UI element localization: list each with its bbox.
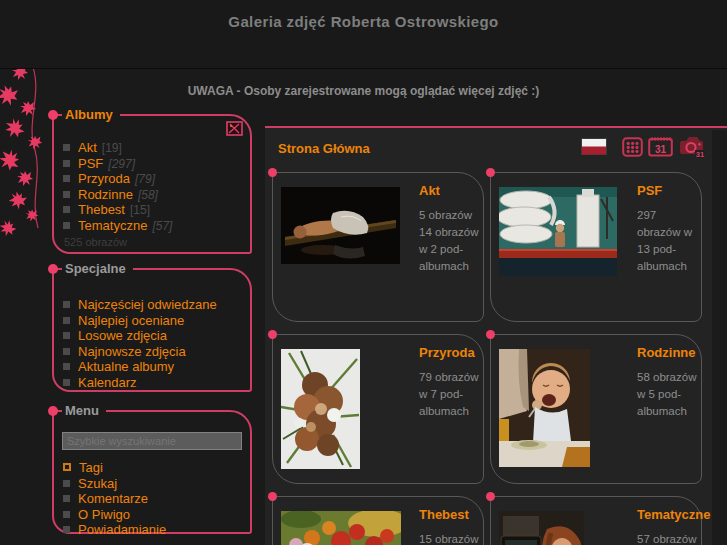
album-card-description: 5 obrazów 14 obrazów w 2 pod-albumach: [419, 207, 481, 275]
nav-link[interactable]: Szukaj: [78, 476, 117, 491]
block-corner-dot: [48, 264, 58, 274]
psf-thumbnail-image[interactable]: [499, 187, 617, 276]
bullet-square-icon: [63, 480, 70, 487]
album-card[interactable]: Przyroda 79 obrazów w 7 pod-albumach: [272, 334, 484, 484]
album-card-title-link[interactable]: Przyroda: [419, 345, 481, 360]
przyroda-thumbnail-image[interactable]: [281, 349, 360, 469]
page-title: Galeria zdjęć Roberta Ostrowskiego: [0, 0, 727, 30]
tematyczne-thumbnail-image[interactable]: [499, 511, 584, 545]
menu-block: Menu Tagi Szukaj Komentarze O Piwigo Pow…: [52, 410, 252, 534]
bullet-square-icon: [63, 332, 70, 339]
content-header: Strona Główna: [265, 128, 712, 162]
nav-list-item: Powiadamianie: [63, 522, 246, 538]
nav-link[interactable]: Najlepiej oceniane: [78, 313, 184, 328]
album-card-description: 15 obrazów: [419, 531, 481, 545]
nav-link[interactable]: Tagi: [79, 460, 103, 475]
album-link[interactable]: Thebest: [78, 202, 125, 217]
nav-link[interactable]: O Piwigo: [78, 507, 130, 522]
menu-block-title: Menu: [62, 403, 106, 418]
album-card[interactable]: PSF 297 obrazów w 13 pod-albumach: [490, 172, 702, 322]
special-list: Najczęściej odwiedzane Najlepiej ocenian…: [54, 270, 250, 390]
album-list-item: Akt[19]: [63, 140, 246, 156]
nav-link[interactable]: Aktualne albumy: [78, 359, 174, 374]
album-card-title-link[interactable]: Akt: [419, 183, 481, 198]
albums-block: Albumy Akt[19] PSF[297] Przyroda[79] Rod…: [52, 114, 252, 254]
album-card-title-link[interactable]: Rodzinne: [637, 345, 699, 360]
menu-list: Tagi Szukaj Komentarze O Piwigo Powiadam…: [54, 456, 250, 538]
album-card[interactable]: Rodzinne 58 obrazów w 5 pod-albumach: [490, 334, 702, 484]
bullet-square-icon: [63, 363, 70, 370]
album-card-meta: PSF 297 obrazów w 13 pod-albumach: [637, 173, 701, 321]
nav-list-item: Aktualne albumy: [63, 359, 246, 375]
bullet-square-icon: [63, 191, 70, 198]
bullet-square-icon: [63, 206, 70, 213]
album-card-description: 297 obrazów w 13 pod-albumach: [637, 207, 699, 275]
album-thumbnail-zone: [491, 335, 637, 483]
album-card-meta: Tematyczne 57 obrazów: [637, 497, 712, 545]
bullet-square-icon: [63, 222, 70, 229]
album-count: [57]: [152, 219, 172, 233]
album-link[interactable]: Akt: [78, 140, 97, 155]
album-link[interactable]: PSF: [78, 156, 103, 171]
album-thumbnail-zone: [273, 335, 419, 483]
album-cards-grid: Akt 5 obrazów 14 obrazów w 2 pod-albumac…: [272, 172, 705, 545]
nav-link[interactable]: Najczęściej odwiedzane: [78, 297, 217, 312]
nav-list-item: Najlepiej oceniane: [63, 313, 246, 329]
card-corner-dot: [268, 492, 277, 501]
nav-list-item: Losowe zdjęcia: [63, 328, 246, 344]
thumbnails-grid-icon[interactable]: [622, 137, 643, 161]
nav-list-item: Najczęściej odwiedzane: [63, 297, 246, 313]
album-count: [297]: [108, 157, 135, 171]
akt-thumbnail-image[interactable]: [281, 187, 400, 264]
camera-calendar-31-icon[interactable]: 31: [678, 135, 706, 162]
album-link[interactable]: Rodzinne: [78, 187, 133, 202]
main-content: Strona Główna: [265, 126, 727, 545]
card-corner-dot: [268, 330, 277, 339]
album-card-title-link[interactable]: Thebest: [419, 507, 481, 522]
svg-text:31: 31: [655, 144, 667, 155]
album-card[interactable]: Akt 5 obrazów 14 obrazów w 2 pod-albumac…: [272, 172, 484, 322]
nav-link[interactable]: Najnowsze zdjęcia: [78, 344, 186, 359]
nav-link[interactable]: Losowe zdjęcia: [78, 328, 167, 343]
card-corner-dot: [486, 330, 495, 339]
quick-search-input[interactable]: [62, 432, 242, 450]
nav-list-item: O Piwigo: [63, 507, 246, 523]
nav-list-item: Kalendarz: [63, 375, 246, 391]
bullet-square-icon: [63, 160, 70, 167]
album-card-meta: Thebest 15 obrazów: [419, 497, 483, 545]
flat-view-icon[interactable]: [226, 121, 243, 140]
card-corner-dot: [486, 168, 495, 177]
bullet-square-icon: [63, 144, 70, 151]
album-card-title-link[interactable]: Tematyczne: [637, 507, 710, 522]
album-card[interactable]: Tematyczne 57 obrazów: [490, 496, 702, 545]
albums-total: 525 obrazów: [54, 233, 250, 248]
album-link[interactable]: Tematyczne: [78, 218, 147, 233]
card-corner-dot: [486, 492, 495, 501]
album-thumbnail-zone: [273, 173, 419, 321]
nav-list-item: Szukaj: [63, 476, 246, 492]
gallery-page: Galeria zdjęć Roberta Ostrowskiego UWAGA…: [0, 0, 727, 545]
album-card-meta: Rodzinne 58 obrazów w 5 pod-albumach: [637, 335, 701, 483]
thebest-thumbnail-image[interactable]: [281, 511, 401, 545]
album-count: [15]: [130, 203, 150, 217]
nav-list-item: Komentarze: [63, 491, 246, 507]
nav-link[interactable]: Powiadamianie: [78, 522, 166, 537]
album-card-title-link[interactable]: PSF: [637, 183, 699, 198]
rodzinne-thumbnail-image[interactable]: [499, 349, 590, 467]
bullet-square-icon: [63, 301, 70, 308]
album-list-item: Przyroda[79]: [63, 171, 246, 187]
album-card-meta: Przyroda 79 obrazów w 7 pod-albumach: [419, 335, 483, 483]
album-link[interactable]: Przyroda: [78, 171, 130, 186]
bullet-square-icon: [63, 379, 70, 386]
polish-flag-icon[interactable]: [581, 138, 607, 159]
album-card[interactable]: Thebest 15 obrazów: [272, 496, 484, 545]
album-list-item: Thebest[15]: [63, 202, 246, 218]
nav-link[interactable]: Kalendarz: [78, 375, 137, 390]
nav-link[interactable]: Komentarze: [78, 491, 148, 506]
calendar-31-icon[interactable]: 31: [648, 136, 673, 161]
album-count: [79]: [135, 172, 155, 186]
album-thumbnail-zone: [273, 497, 419, 545]
album-list-item: Tematyczne[57]: [63, 218, 246, 234]
block-corner-dot: [48, 110, 58, 120]
notice-banner: UWAGA - Osoby zarejestrowane mogą ogląda…: [0, 84, 727, 98]
